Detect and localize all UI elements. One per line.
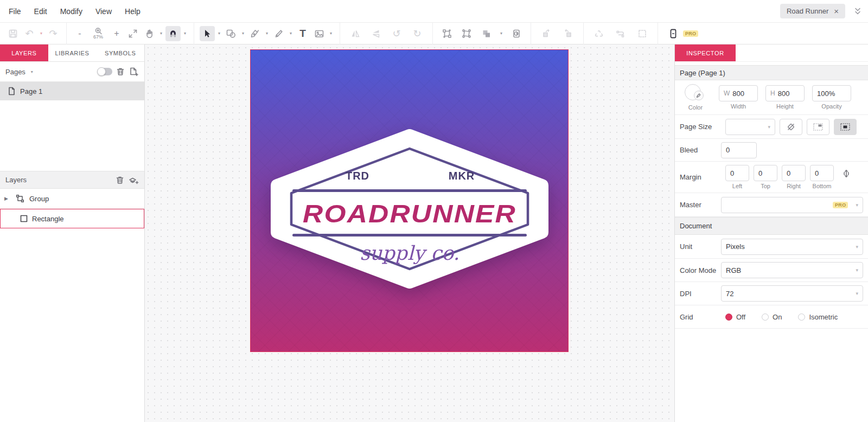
pen-tool-button[interactable] [247,26,263,41]
master-row: Master PRO ▾ [675,193,868,217]
group-expand-icon[interactable]: ▶ [4,196,11,201]
toolbar-order-group [531,23,584,44]
select-caret-icon: ▾ [852,267,858,273]
canvas-area[interactable]: TRD MKR ROADRUNNER supply co. [145,44,674,422]
path-operations-button[interactable] [591,26,607,41]
undo-history-caret-icon[interactable]: ▾ [38,31,44,36]
layer-item-group[interactable]: ▶ Group [0,189,144,209]
page-height-input[interactable] [778,89,800,98]
zoom-in-button[interactable]: + [109,26,124,41]
toolbar-zoom-group: - 67% + ▾ [67,23,194,44]
collapse-panels-icon[interactable] [853,7,863,16]
layer-item-rectangle[interactable]: Rectangle [0,209,144,228]
image-tool-button[interactable] [311,26,327,41]
menu-edit[interactable]: Edit [34,7,47,16]
toolbar-transform-group: ↺ ↻ [340,23,433,44]
page-size-select[interactable]: ▾ [725,119,775,135]
snap-tool-button[interactable] [165,26,181,41]
mobile-preview-button[interactable] [666,26,681,41]
pointer-tool-button[interactable] [200,26,215,41]
zoom-level-button[interactable]: 67% [88,24,108,43]
select-caret-icon: ▾ [852,244,858,250]
radio-selected-icon [725,314,732,321]
page-opacity-input[interactable] [817,89,846,98]
margin-right-input[interactable] [787,169,801,177]
shape-tool-caret-icon[interactable]: ▾ [240,31,246,36]
grid-isometric-option[interactable]: Isometric [798,313,838,321]
flip-vertical-button[interactable] [368,26,384,41]
page-list-item[interactable]: Page 1 [0,82,144,100]
application-window: File Edit Modify View Help Road Runner ×… [0,0,868,422]
tab-libraries[interactable]: LIBRARIES [48,44,97,61]
add-page-icon[interactable] [129,67,139,76]
pan-tool-button[interactable] [142,26,157,41]
marquee-select-button[interactable] [635,26,650,41]
margin-top-input[interactable] [758,169,773,177]
arrange-order-button[interactable] [478,26,494,41]
rectangle-layer-icon [20,215,28,222]
menu-help[interactable]: Help [125,7,141,16]
save-button[interactable] [5,26,21,41]
document-tab[interactable]: Road Runner × [780,4,845,18]
roadrunner-badge[interactable]: TRD MKR ROADRUNNER supply co. [271,129,548,289]
margin-left-caption: Left [732,183,742,189]
menu-modify[interactable]: Modify [60,7,82,16]
image-tool-caret-icon[interactable]: ▾ [328,31,334,36]
arrange-order-caret-icon[interactable]: ▾ [498,31,505,36]
rotate-cw-button[interactable]: ↻ [410,26,425,41]
pages-collapse-icon[interactable]: ▾ [29,69,35,74]
redo-button[interactable]: ↷ [46,26,61,41]
bleed-input[interactable] [726,146,752,154]
badge-bottom-rule [292,234,527,236]
grid-on-option[interactable]: On [762,313,782,321]
mask-button[interactable] [509,26,524,41]
master-select[interactable]: PRO ▾ [721,197,863,213]
send-backward-button[interactable] [560,26,576,41]
zoom-to-fit-button[interactable] [125,26,141,41]
page-orientation-button[interactable] [780,119,802,135]
menu-view[interactable]: View [95,7,112,16]
delete-layer-icon[interactable] [115,175,125,185]
bring-forward-icon [541,28,552,39]
undo-button[interactable]: ↶ [22,26,37,41]
margin-left-input[interactable] [730,169,744,177]
bring-forward-button[interactable] [539,26,554,41]
tab-layers[interactable]: LAYERS [0,44,48,61]
sync-margins-icon[interactable] [841,168,851,179]
group-button[interactable] [439,26,455,41]
ungroup-icon [461,28,472,39]
tab-symbols[interactable]: SYMBOLS [96,44,144,61]
page-width-input[interactable] [732,89,753,98]
pointer-tool-caret-icon[interactable]: ▾ [216,31,222,36]
snap-tool-caret-icon[interactable]: ▾ [182,31,188,36]
rotate-ccw-button[interactable]: ↺ [389,26,404,41]
dpi-select[interactable]: 72 ▾ [721,285,863,302]
pen-tool-caret-icon[interactable]: ▾ [264,31,270,36]
artboard-page-1[interactable]: TRD MKR ROADRUNNER supply co. [250,49,569,352]
margin-bottom-input[interactable] [815,169,829,177]
main-menu: File Edit Modify View Help [0,7,141,16]
close-document-icon[interactable]: × [834,7,839,15]
page-color-well[interactable] [685,84,706,103]
grid-off-option[interactable]: Off [725,313,745,321]
anchor-top-right-button[interactable] [807,119,829,135]
delete-page-icon[interactable] [116,67,125,76]
flip-horizontal-button[interactable] [348,26,363,41]
add-layer-icon[interactable] [128,175,139,185]
anchor-center-button[interactable] [834,119,857,135]
zoom-out-button[interactable]: - [72,26,87,41]
knife-tool-button[interactable] [271,26,286,41]
ungroup-button[interactable] [459,26,474,41]
pages-toggle[interactable] [98,68,112,75]
connector-button[interactable] [613,26,628,41]
pan-tool-caret-icon[interactable]: ▾ [158,31,164,36]
knife-tool-caret-icon[interactable]: ▾ [288,31,294,36]
shape-tool-button[interactable] [224,26,239,41]
color-mode-select[interactable]: RGB ▾ [721,262,863,278]
tab-inspector[interactable]: INSPECTOR [675,44,736,61]
menu-file[interactable]: File [9,7,21,16]
grid-off-label: Off [736,313,745,321]
unit-select[interactable]: Pixels ▾ [721,239,863,255]
image-icon [314,28,325,39]
text-tool-button[interactable]: T [295,26,310,41]
